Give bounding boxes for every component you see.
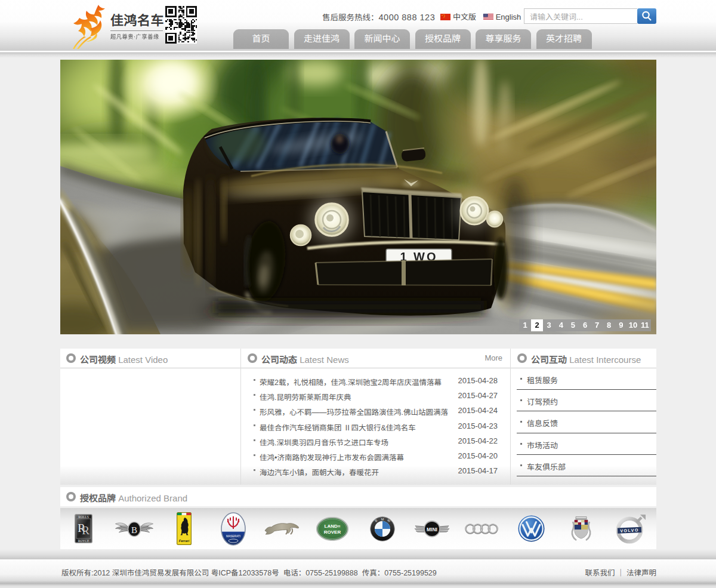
svg-text:MASERATI: MASERATI [226, 535, 240, 538]
svg-text:ROVER: ROVER [324, 529, 341, 535]
svg-text:Ferrari: Ferrari [178, 539, 189, 543]
svg-text:LAND=: LAND= [325, 523, 341, 528]
svg-text:MINI: MINI [427, 526, 437, 532]
svg-text:ROYCE: ROYCE [78, 539, 90, 543]
svg-text:VOLVO: VOLVO [620, 528, 639, 532]
svg-text:M: M [381, 517, 384, 521]
svg-text:ROLLS: ROLLS [78, 515, 88, 519]
svg-text:R: R [82, 524, 90, 537]
svg-text:B: B [131, 525, 137, 534]
